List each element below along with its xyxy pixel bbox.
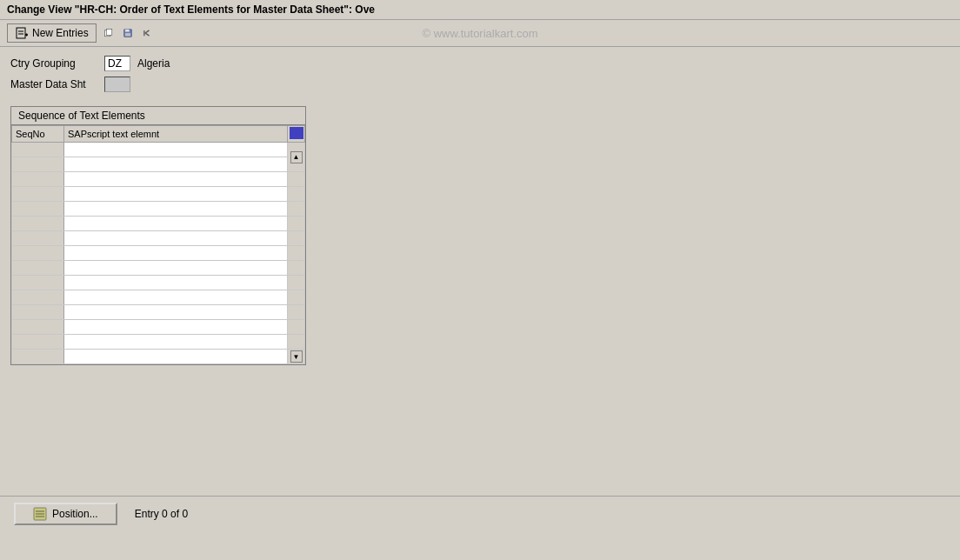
table-row: [12, 320, 305, 335]
seqno-cell[interactable]: [12, 231, 64, 246]
title-bar: Change View "HR-CH: Order of Text Elemen…: [0, 0, 960, 20]
svg-rect-9: [125, 33, 130, 37]
sapscript-cell[interactable]: [64, 320, 288, 335]
table-settings-icon[interactable]: [290, 127, 303, 139]
table-row: [12, 290, 305, 305]
seqno-cell[interactable]: [12, 246, 64, 261]
svg-rect-0: [17, 28, 25, 38]
sapscript-cell[interactable]: [64, 276, 288, 290]
sequence-table-container: Sequence of Text Elements SeqNo SAPscrip…: [10, 106, 306, 365]
table-row: [12, 335, 305, 350]
ctry-grouping-row: Ctry Grouping Algeria: [10, 56, 950, 71]
sapscript-cell[interactable]: [64, 172, 288, 187]
title-text: Change View "HR-CH: Order of Text Elemen…: [7, 3, 375, 16]
entry-info: Entry 0 of 0: [135, 508, 188, 520]
seqno-cell[interactable]: [12, 276, 64, 290]
ctry-grouping-text: Algeria: [137, 57, 170, 70]
seqno-cell[interactable]: [12, 187, 64, 202]
master-data-sht-input[interactable]: [104, 77, 130, 92]
seqno-cell[interactable]: [12, 217, 64, 231]
main-content: Ctry Grouping Algeria Master Data Sht Se…: [0, 47, 960, 530]
new-entries-button[interactable]: New Entries: [7, 23, 97, 43]
col-icon-header[interactable]: [288, 126, 305, 143]
table-row: [12, 246, 305, 261]
ctry-grouping-label: Ctry Grouping: [10, 57, 97, 70]
sequence-table-title: Sequence of Text Elements: [11, 107, 305, 125]
table-row: [12, 231, 305, 246]
seqno-cell[interactable]: [12, 335, 64, 350]
svg-rect-8: [125, 30, 130, 32]
seqno-cell[interactable]: [12, 261, 64, 276]
seqno-cell[interactable]: [12, 305, 64, 320]
sapscript-cell[interactable]: [64, 231, 288, 246]
seqno-cell[interactable]: [12, 172, 64, 187]
seqno-cell[interactable]: [12, 143, 64, 157]
nav-icon[interactable]: [140, 26, 154, 40]
sapscript-cell[interactable]: [64, 305, 288, 320]
position-icon: [33, 507, 47, 521]
sequence-table: SeqNo SAPscript text elemnt: [11, 125, 305, 364]
table-row: [12, 157, 305, 172]
svg-rect-6: [106, 30, 111, 36]
sapscript-cell[interactable]: [64, 187, 288, 202]
sapscript-cell[interactable]: [64, 335, 288, 350]
new-entries-label: New Entries: [32, 27, 89, 39]
sapscript-cell[interactable]: [64, 217, 288, 231]
bottom-bar: Position... Entry 0 of 0: [0, 496, 960, 530]
table-row: [12, 276, 305, 290]
sapscript-cell[interactable]: [64, 202, 288, 217]
save-icon[interactable]: [121, 26, 135, 40]
sapscript-cell[interactable]: [64, 157, 288, 172]
table-row: [12, 202, 305, 217]
table-row: [12, 172, 305, 187]
col-seqno-header: SeqNo: [12, 126, 64, 143]
sapscript-cell[interactable]: [64, 350, 288, 364]
new-entries-icon: [15, 26, 29, 40]
seqno-cell[interactable]: [12, 157, 64, 172]
scroll-up-btn[interactable]: ▲: [290, 151, 303, 163]
table-row: [12, 261, 305, 276]
sapscript-cell[interactable]: [64, 261, 288, 276]
scroll-down-btn[interactable]: ▼: [290, 350, 303, 363]
toolbar: New Entries © www.tutorialkart.com: [0, 20, 960, 47]
seqno-cell[interactable]: [12, 202, 64, 217]
ctry-grouping-input[interactable]: [104, 56, 130, 71]
position-button[interactable]: Position...: [14, 503, 117, 525]
sapscript-cell[interactable]: [64, 246, 288, 261]
master-data-sht-label: Master Data Sht: [10, 78, 97, 90]
table-with-scroll: SeqNo SAPscript text elemnt: [11, 125, 305, 364]
table-row: ▼: [12, 350, 305, 364]
table-row: [12, 305, 305, 320]
position-button-label: Position...: [52, 508, 98, 520]
seqno-cell[interactable]: [12, 290, 64, 305]
watermark: © www.tutorialkart.com: [422, 27, 537, 40]
sapscript-cell[interactable]: [64, 290, 288, 305]
sapscript-cell[interactable]: [64, 143, 288, 157]
table-row: [12, 217, 305, 231]
table-row: ▲: [12, 143, 305, 157]
seqno-cell[interactable]: [12, 320, 64, 335]
seqno-cell[interactable]: [12, 350, 64, 364]
sequence-table-body: ▲: [12, 143, 305, 364]
table-row: [12, 187, 305, 202]
master-data-sht-row: Master Data Sht: [10, 77, 950, 92]
col-sapscript-header: SAPscript text elemnt: [64, 126, 288, 143]
copy-icon[interactable]: [102, 26, 116, 40]
